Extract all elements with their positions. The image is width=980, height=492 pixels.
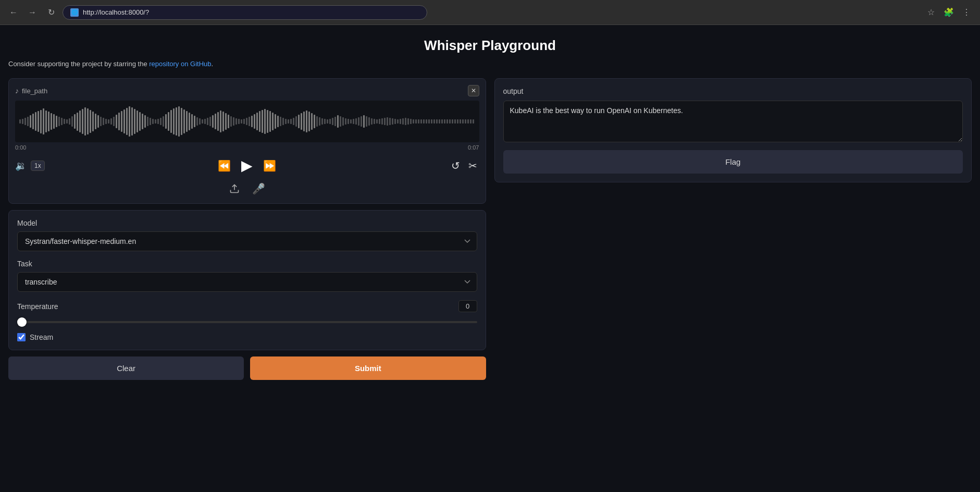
skip-forward-button[interactable]: ⏩: [261, 157, 278, 174]
page-title: Whisper Playground: [8, 38, 972, 54]
time-labels: 0:00 0:07: [15, 144, 479, 151]
output-panel: output Flag: [494, 78, 972, 182]
browser-chrome: ← → ↻ 🌐 http://localhost:8000/? ☆ 🧩 ⋮: [0, 0, 980, 25]
temperature-slider[interactable]: [17, 321, 477, 323]
file-name: file_path: [22, 87, 47, 95]
audio-right-controls: ↺ ✂: [449, 157, 479, 174]
audio-panel: ♪ file_path ✕ 0:00 0:07 🔉: [8, 78, 486, 204]
file-label: ♪ file_path: [15, 87, 47, 95]
waveform-container[interactable]: [15, 101, 479, 142]
submit-button[interactable]: Submit: [250, 356, 486, 380]
star-button[interactable]: ☆: [924, 5, 938, 20]
app-container: Whisper Playground Consider supporting t…: [0, 25, 980, 392]
temperature-slider-container: [17, 316, 477, 325]
stream-label[interactable]: Stream: [30, 333, 53, 341]
github-notice: Consider supporting the project by starr…: [8, 60, 972, 68]
browser-toolbar-icons: ☆ 🧩 ⋮: [924, 5, 974, 20]
time-end: 0:07: [468, 144, 479, 151]
skip-back-button[interactable]: ⏪: [216, 157, 233, 174]
audio-bottom-row: 🎤: [15, 180, 479, 197]
temperature-row: Temperature 0: [17, 300, 477, 312]
temperature-label: Temperature: [17, 302, 58, 311]
music-icon: ♪: [15, 87, 19, 95]
flag-button[interactable]: Flag: [503, 150, 963, 174]
volume-icon[interactable]: 🔉: [15, 160, 27, 171]
task-label: Task: [17, 260, 477, 268]
forward-button[interactable]: →: [25, 5, 40, 20]
task-field-group: Task transcribe translate: [17, 260, 477, 292]
clear-button[interactable]: Clear: [8, 356, 244, 380]
upload-button[interactable]: [227, 180, 242, 197]
audio-left-controls: 🔉 1x: [15, 160, 45, 171]
github-link[interactable]: repository on GitHub: [149, 60, 211, 68]
waveform-display: [19, 106, 475, 137]
extensions-button[interactable]: 🧩: [941, 5, 956, 20]
time-start: 0:00: [15, 144, 26, 151]
stream-field-group: Stream: [17, 333, 477, 341]
audio-panel-header: ♪ file_path ✕: [15, 85, 479, 96]
back-button[interactable]: ←: [6, 5, 21, 20]
stream-checkbox[interactable]: [17, 333, 26, 341]
close-audio-button[interactable]: ✕: [468, 85, 479, 96]
model-label: Model: [17, 219, 477, 227]
scissors-button[interactable]: ✂: [466, 157, 479, 174]
speed-badge[interactable]: 1x: [31, 161, 45, 171]
favicon: 🌐: [70, 8, 79, 17]
output-label: output: [503, 87, 963, 95]
play-button[interactable]: ▶: [239, 155, 255, 176]
address-bar[interactable]: 🌐 http://localhost:8000/?: [63, 5, 427, 20]
main-layout: ♪ file_path ✕ 0:00 0:07 🔉: [8, 78, 972, 380]
model-select[interactable]: Systran/faster-whisper-medium.en Systran…: [17, 231, 477, 251]
refresh-button[interactable]: ↻: [44, 5, 58, 20]
task-select[interactable]: transcribe translate: [17, 272, 477, 292]
model-field-group: Model Systran/faster-whisper-medium.en S…: [17, 219, 477, 251]
settings-panel: Model Systran/faster-whisper-medium.en S…: [8, 210, 486, 350]
temperature-field-group: Temperature 0: [17, 300, 477, 325]
mic-button[interactable]: 🎤: [250, 180, 267, 197]
action-row: Clear Submit: [8, 356, 486, 380]
menu-button[interactable]: ⋮: [959, 5, 974, 20]
output-textarea[interactable]: [503, 101, 963, 142]
replay-button[interactable]: ↺: [449, 157, 462, 174]
url-text: http://localhost:8000/?: [83, 8, 149, 16]
left-column: ♪ file_path ✕ 0:00 0:07 🔉: [8, 78, 486, 380]
audio-controls: 🔉 1x ⏪ ▶ ⏩ ↺ ✂: [15, 155, 479, 176]
temperature-value: 0: [458, 300, 477, 312]
